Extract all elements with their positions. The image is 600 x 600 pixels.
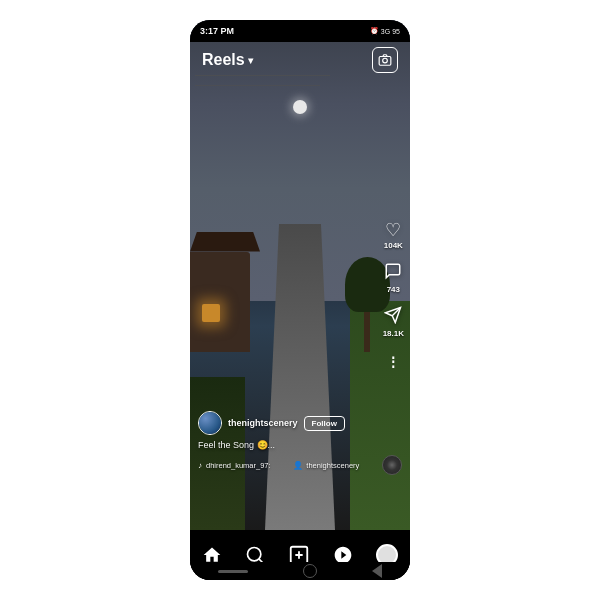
comment-icon [384,262,402,283]
music-note-icon: ♪ [198,461,202,470]
caption: Feel the Song 😊... [198,440,402,450]
powerline-2 [195,85,320,86]
window-glow [202,304,220,322]
heart-icon: ♡ [385,221,401,239]
header: Reels ▾ [190,42,410,78]
more-icon: ⋮ [386,354,400,370]
alarm-icon: ⏰ [370,27,379,35]
more-button[interactable]: ⋮ [386,350,400,370]
like-count: 104K [384,241,403,250]
follow-button[interactable]: Follow [304,416,345,431]
like-button[interactable]: ♡ 104K [384,221,403,250]
svg-point-4 [247,548,260,561]
status-time: 3:17 PM [200,26,234,36]
comment-button[interactable]: 743 [384,262,402,294]
share-icon [384,306,402,327]
video-area[interactable]: ♡ 104K 743 18.1K [190,20,410,530]
user-row: thenightscenery Follow [198,411,402,435]
share-button[interactable]: 18.1K [383,306,404,338]
username[interactable]: thenightscenery [228,418,298,428]
music-row: ♪ dhirend_kumar_97: 👤 thenightscenery [198,455,402,475]
music-record [382,455,402,475]
signal-icon: 3G [381,28,390,35]
avatar-image [199,412,221,434]
music-author: 👤 thenightscenery [293,461,359,470]
camera-button[interactable] [372,47,398,73]
person-icon: 👤 [293,461,303,470]
music-author-text: dhirend_kumar_97: [206,461,271,470]
gesture-bar [190,562,410,580]
menu-gesture [218,570,248,573]
building-roof [190,232,260,252]
chevron-down-icon: ▾ [248,55,253,66]
status-icons: ⏰ 3G 95 [370,27,400,35]
comment-count: 743 [387,285,400,294]
header-title[interactable]: Reels ▾ [202,51,253,69]
music-info: ♪ dhirend_kumar_97: [198,461,271,470]
svg-point-1 [383,58,388,63]
music-tag: thenightscenery [306,461,359,470]
moon [293,100,307,114]
building-left [190,252,250,352]
home-gesture [303,564,317,578]
reels-label: Reels [202,51,245,69]
battery-icon: 95 [392,28,400,35]
share-count: 18.1K [383,329,404,338]
post-info: thenightscenery Follow Feel the Song 😊..… [198,411,402,475]
back-gesture [372,564,382,578]
status-bar: 3:17 PM ⏰ 3G 95 [190,20,410,42]
action-buttons: ♡ 104K 743 18.1K [383,221,404,370]
phone-frame: 3:17 PM ⏰ 3G 95 Reels ▾ [190,20,410,580]
avatar[interactable] [198,411,222,435]
